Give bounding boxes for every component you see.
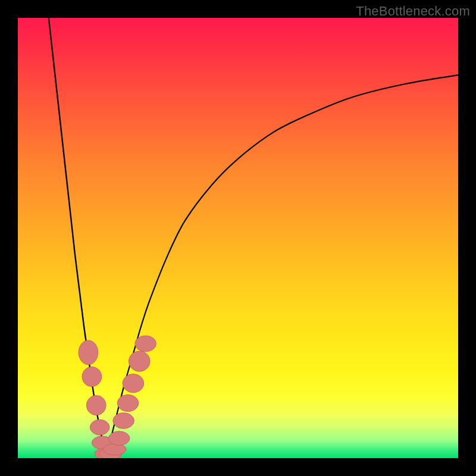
marker-point bbox=[135, 336, 156, 352]
chart-frame: TheBottleneck.com bbox=[0, 0, 476, 476]
marker-point bbox=[90, 419, 109, 435]
bottleneck-curve-right bbox=[106, 75, 458, 458]
marker-point bbox=[82, 367, 102, 386]
curve-layer bbox=[18, 18, 458, 458]
watermark-text: TheBottleneck.com bbox=[356, 4, 470, 19]
plot-area bbox=[18, 18, 458, 458]
marker-point bbox=[104, 444, 126, 455]
marker-point bbox=[113, 413, 134, 429]
marker-point bbox=[79, 340, 98, 365]
marker-point bbox=[129, 351, 150, 371]
marker-point bbox=[123, 374, 144, 393]
bottleneck-curve-left bbox=[49, 18, 106, 458]
marker-point bbox=[117, 394, 139, 411]
marker-point bbox=[86, 396, 106, 415]
marker-point bbox=[108, 431, 130, 446]
sample-markers bbox=[79, 336, 156, 458]
